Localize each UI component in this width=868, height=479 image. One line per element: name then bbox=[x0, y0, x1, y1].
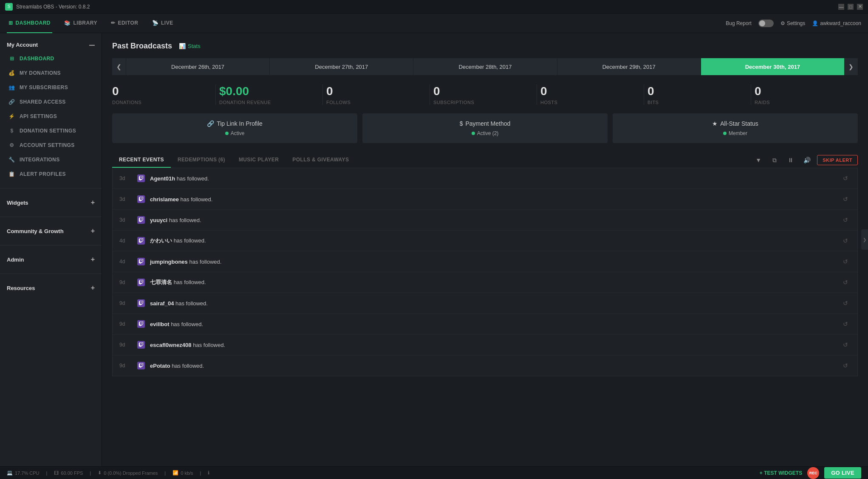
sidebar-item-api-settings[interactable]: ⚡ API Settings bbox=[0, 109, 102, 124]
info-stat[interactable]: ℹ bbox=[208, 470, 209, 476]
app-logo: S bbox=[5, 3, 13, 11]
sidebar-resources-section: Resources + bbox=[0, 276, 102, 300]
stats-row: 0 DONATIONS $0.00 DONATION REVENUE 0 FOL… bbox=[112, 85, 858, 105]
event-time: 3d bbox=[119, 175, 132, 181]
stat-bits: 0 BITS bbox=[644, 85, 751, 105]
tab-recent-events[interactable]: RECENT EVENTS bbox=[112, 152, 171, 168]
twitch-icon bbox=[137, 279, 145, 286]
nav-library[interactable]: 📚 LIBRARY bbox=[62, 14, 99, 33]
pause-button[interactable]: ⏸ bbox=[785, 154, 797, 166]
sidebar-donations-label: My Donations bbox=[20, 70, 61, 76]
event-action: has followed. bbox=[171, 321, 203, 327]
replay-button[interactable]: ↺ bbox=[840, 319, 851, 329]
all-star-label: All-Star Status bbox=[720, 120, 758, 127]
skip-alert-button[interactable]: SKIP ALERT bbox=[817, 155, 858, 165]
replay-button[interactable]: ↺ bbox=[840, 298, 851, 308]
event-time: 9d bbox=[119, 363, 132, 369]
replay-button[interactable]: ↺ bbox=[840, 340, 851, 350]
mute-button[interactable]: 🔊 bbox=[801, 154, 813, 166]
widgets-expand-icon: + bbox=[91, 199, 95, 206]
nav-dashboard[interactable]: ⊞ DASHBOARD bbox=[7, 14, 52, 33]
cpu-icon: 💻 bbox=[7, 470, 13, 476]
event-time: 3d bbox=[119, 196, 132, 202]
rec-badge[interactable]: REC bbox=[807, 467, 819, 479]
resources-label: Resources bbox=[7, 285, 35, 291]
replay-button[interactable]: ↺ bbox=[840, 361, 851, 371]
sidebar-admin-header[interactable]: Admin + bbox=[0, 252, 102, 267]
sidebar-my-account-header[interactable]: My Account — bbox=[0, 38, 102, 51]
tab-music-player[interactable]: MUSIC PLAYER bbox=[232, 152, 286, 168]
close-button[interactable]: ✕ bbox=[857, 4, 863, 10]
replay-button[interactable]: ↺ bbox=[840, 173, 851, 183]
sidebar-item-my-donations[interactable]: 💰 My Donations bbox=[0, 66, 102, 80]
event-time: 4d bbox=[119, 259, 132, 265]
sidebar-my-account-section: My Account — ⊞ Dashboard 💰 My Donations … bbox=[0, 33, 102, 186]
bug-report-link[interactable]: Bug Report bbox=[726, 20, 752, 26]
go-live-button[interactable]: GO LIVE bbox=[824, 467, 861, 479]
all-star-icon: ★ bbox=[712, 120, 718, 127]
event-time: 4d bbox=[119, 238, 132, 244]
theme-toggle[interactable] bbox=[758, 20, 774, 27]
maximize-button[interactable]: □ bbox=[848, 4, 854, 10]
title-bar: S Streamlabs OBS - Version: 0.8.2 — □ ✕ bbox=[0, 0, 868, 14]
sidebar: My Account — ⊞ Dashboard 💰 My Donations … bbox=[0, 33, 102, 466]
sidebar-item-integrations[interactable]: 🔧 Integrations bbox=[0, 152, 102, 167]
date-dec26[interactable]: December 26th, 2017 bbox=[126, 58, 269, 75]
nav-live[interactable]: 📡 LIVE bbox=[150, 14, 175, 33]
sidebar-item-shared-access[interactable]: 🔗 Shared Access bbox=[0, 95, 102, 109]
main-layout: My Account — ⊞ Dashboard 💰 My Donations … bbox=[0, 33, 868, 466]
replay-button[interactable]: ↺ bbox=[840, 194, 851, 204]
date-dec29[interactable]: December 29th, 2017 bbox=[557, 58, 701, 75]
event-username: escafl0wnez408 bbox=[150, 342, 192, 348]
minimize-button[interactable]: — bbox=[838, 4, 844, 10]
test-widgets-button[interactable]: + TEST WIDGETS bbox=[760, 470, 802, 476]
replay-button[interactable]: ↺ bbox=[840, 256, 851, 267]
sidebar-widgets-header[interactable]: Widgets + bbox=[0, 195, 102, 210]
nav-dashboard-label: DASHBOARD bbox=[16, 20, 51, 26]
tip-link-card[interactable]: 🔗 Tip Link In Profile Active bbox=[112, 113, 357, 143]
info-cards: 🔗 Tip Link In Profile Active $ Payment M… bbox=[112, 113, 858, 143]
alert-profiles-icon: 📋 bbox=[8, 171, 15, 178]
event-text: chrislamee has followed. bbox=[150, 196, 835, 203]
event-action: has followed. bbox=[169, 217, 201, 223]
date-dec27[interactable]: December 27th, 2017 bbox=[269, 58, 413, 75]
date-dec30[interactable]: December 30th, 2017 bbox=[701, 58, 844, 75]
next-date-button[interactable]: ❯ bbox=[844, 58, 858, 75]
stats-link[interactable]: 📊 Stats bbox=[179, 43, 201, 49]
fps-value: 60.00 FPS bbox=[61, 471, 83, 476]
bottom-bar-controls: + TEST WIDGETS REC GO LIVE bbox=[760, 467, 861, 479]
sidebar-item-account-settings[interactable]: ⚙ Account Settings bbox=[0, 138, 102, 152]
window-controls: — □ ✕ bbox=[838, 4, 863, 10]
tab-redemptions[interactable]: REDEMPTIONS (6) bbox=[171, 152, 232, 168]
sidebar-community-header[interactable]: Community & Growth + bbox=[0, 224, 102, 238]
payment-method-card[interactable]: $ Payment Method Active (2) bbox=[362, 113, 608, 143]
prev-date-button[interactable]: ❮ bbox=[112, 58, 126, 75]
settings-link[interactable]: ⚙ Settings bbox=[780, 20, 805, 26]
replay-button[interactable]: ↺ bbox=[840, 215, 851, 225]
user-account-link[interactable]: 👤 awkward_raccoon bbox=[812, 20, 861, 26]
all-star-card[interactable]: ★ All-Star Status Member bbox=[613, 113, 858, 143]
nav-right: Bug Report ⚙ Settings 👤 awkward_raccoon bbox=[726, 20, 861, 27]
replay-button[interactable]: ↺ bbox=[840, 236, 851, 246]
sidebar-item-dashboard[interactable]: ⊞ Dashboard bbox=[0, 51, 102, 66]
date-dec28[interactable]: December 28th, 2017 bbox=[413, 58, 557, 75]
copy-button[interactable]: ⧉ bbox=[769, 154, 780, 166]
chart-icon: 📊 bbox=[179, 43, 186, 49]
replay-button[interactable]: ↺ bbox=[840, 277, 851, 287]
nav-editor[interactable]: ✏ EDITOR bbox=[109, 14, 140, 33]
sidebar-resources-header[interactable]: Resources + bbox=[0, 281, 102, 295]
payment-method-icon: $ bbox=[460, 120, 463, 127]
revenue-value: $0.00 bbox=[219, 85, 312, 98]
event-action: has followed. bbox=[174, 237, 206, 244]
tip-link-label: Tip Link In Profile bbox=[217, 120, 263, 127]
bandwidth-stat: 📶 0 kb/s bbox=[172, 470, 193, 476]
nav-editor-label: EDITOR bbox=[118, 20, 138, 26]
collapse-panel-button[interactable]: ❯ bbox=[861, 229, 868, 250]
sidebar-item-my-subscribers[interactable]: 👥 My Subscribers bbox=[0, 80, 102, 95]
sidebar-item-alert-profiles[interactable]: 📋 Alert Profiles bbox=[0, 167, 102, 181]
event-text: かわいい has followed. bbox=[150, 237, 835, 245]
table-row: 9d 七罪清名 has followed. ↺ bbox=[113, 272, 857, 293]
filter-button[interactable]: ▼ bbox=[752, 154, 764, 166]
tab-polls-giveaways[interactable]: POLLS & GIVEAWAYS bbox=[286, 152, 356, 168]
sidebar-item-donation-settings[interactable]: $ Donation Settings bbox=[0, 124, 102, 138]
